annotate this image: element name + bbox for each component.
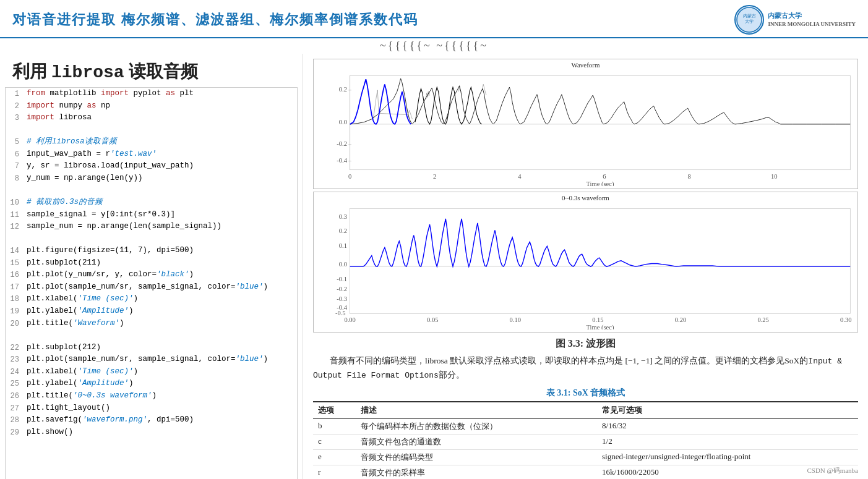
header-logo: 内蒙古 大学 内蒙古大学 INNER MONGOLIA UNIVERSITY bbox=[734, 5, 856, 35]
table-cell: 音频文件包含的通道数 bbox=[356, 434, 597, 449]
line-number: 24 bbox=[6, 366, 24, 378]
svg-text:0.0: 0.0 bbox=[339, 261, 347, 268]
waveform-chart: Waveform 0.2 0.0 -0.2 -0.4 bbox=[313, 59, 858, 189]
line-content: plt.title('Waveform') bbox=[24, 318, 297, 330]
line-number bbox=[6, 233, 24, 245]
waveform-0-3s-chart: 0~0.3s waveform 0.3 0.2 0.1 0.0 -0.1 -0.… bbox=[313, 192, 858, 333]
line-number: 8 bbox=[6, 172, 24, 185]
logo-text: 内蒙古大学 INNER MONGOLIA UNIVERSITY bbox=[768, 11, 856, 28]
code-line: 2import numpy as np bbox=[6, 100, 297, 112]
line-content: plt.plot(sample_num/sr, sample_signal, c… bbox=[24, 354, 297, 366]
line-content: y_num = np.arange(len(y)) bbox=[24, 172, 297, 185]
code-line: 23plt.plot(sample_num/sr, sample_signal,… bbox=[6, 354, 297, 366]
svg-text:0.2: 0.2 bbox=[339, 227, 347, 234]
code-line: 26plt.title('0~0.3s waveform') bbox=[6, 390, 297, 402]
left-panel: 利用 librosa 读取音频 1from matplotlib import … bbox=[0, 54, 303, 479]
watermark: CSDN @码manba bbox=[807, 466, 858, 475]
line-content: import librosa bbox=[24, 112, 297, 124]
main-content: 利用 librosa 读取音频 1from matplotlib import … bbox=[0, 54, 868, 479]
code-line: 3import librosa bbox=[6, 112, 297, 124]
svg-rect-20 bbox=[350, 208, 851, 313]
line-number bbox=[6, 329, 24, 341]
code-line: 5# 利用librosa读取音频 bbox=[6, 136, 297, 148]
line-number: 15 bbox=[6, 257, 24, 269]
line-content: sample_num = np.arange(len(sample_signal… bbox=[24, 221, 297, 233]
line-content bbox=[24, 233, 297, 245]
svg-text:0.2: 0.2 bbox=[339, 86, 347, 93]
line-number: 22 bbox=[6, 342, 24, 354]
svg-text:内蒙古: 内蒙古 bbox=[743, 14, 756, 19]
table-cell: 音频文件的采样率 bbox=[356, 465, 597, 479]
svg-text:0.30: 0.30 bbox=[840, 316, 851, 323]
table-cell: c bbox=[313, 434, 356, 449]
svg-text:0.3: 0.3 bbox=[339, 213, 347, 219]
line-content: plt.figure(figsize=(11, 7), dpi=500) bbox=[24, 245, 297, 257]
line-content: plt.tight_layout() bbox=[24, 402, 297, 415]
line-number: 23 bbox=[6, 354, 24, 366]
code-line: 14plt.figure(figsize=(11, 7), dpi=500) bbox=[6, 245, 297, 257]
line-number: 14 bbox=[6, 245, 24, 257]
table-row: b每个编码样本所占的数据位数（位深）8/16/32 bbox=[313, 418, 858, 434]
line-content: # 利用librosa读取音频 bbox=[24, 136, 297, 148]
line-content: plt.plot(sample_num/sr, sample_signal, c… bbox=[24, 281, 297, 294]
line-content: plt.show() bbox=[24, 426, 297, 439]
table-cell: b bbox=[313, 418, 356, 434]
code-line: 22plt.subplot(212) bbox=[6, 342, 297, 354]
line-content: plt.ylabel('Amplitude') bbox=[24, 305, 297, 318]
code-line bbox=[6, 233, 297, 245]
chart1-title: Waveform bbox=[314, 59, 857, 70]
code-line: 25plt.ylabel('Amplitude') bbox=[6, 378, 297, 390]
sox-table: 选项 描述 常见可选项 b每个编码样本所占的数据位数（位深）8/16/32c音频… bbox=[313, 401, 858, 479]
fig-caption: 图 3.3: 波形图 bbox=[313, 337, 858, 350]
line-number: 18 bbox=[6, 293, 24, 305]
code-line: 19plt.ylabel('Amplitude') bbox=[6, 305, 297, 318]
svg-text:0.25: 0.25 bbox=[757, 316, 768, 323]
code-line: 24plt.xlabel('Time (sec)') bbox=[6, 366, 297, 378]
line-content: plt.subplot(212) bbox=[24, 342, 297, 354]
code-block[interactable]: 1from matplotlib import pyplot as plt2im… bbox=[5, 87, 298, 479]
charts-area: Waveform 0.2 0.0 -0.2 -0.4 bbox=[313, 59, 858, 333]
svg-text:-0.4: -0.4 bbox=[337, 157, 347, 164]
svg-text:-0.2: -0.2 bbox=[337, 285, 347, 292]
code-line: 6input_wav_path = r'test.wav' bbox=[6, 148, 297, 161]
table-cell: 音频文件的编码类型 bbox=[356, 449, 597, 465]
line-number: 20 bbox=[6, 318, 24, 330]
line-content: y, sr = librosa.load(input_wav_path) bbox=[24, 160, 297, 172]
svg-rect-3 bbox=[350, 75, 851, 169]
code-line: 8y_num = np.arange(len(y)) bbox=[6, 172, 297, 185]
svg-text:6: 6 bbox=[603, 173, 606, 180]
line-content: plt.subplot(211) bbox=[24, 257, 297, 269]
description: 音频有不同的编码类型，librosa 默认采取浮点格式读取，即读取的样本点均是 … bbox=[313, 354, 858, 383]
line-content: plt.xlabel('Time (sec)') bbox=[24, 366, 297, 378]
table-cell: e bbox=[313, 449, 356, 465]
code-line: 20plt.title('Waveform') bbox=[6, 318, 297, 330]
line-content bbox=[24, 124, 297, 136]
svg-text:-0.1: -0.1 bbox=[337, 275, 347, 282]
svg-text:0.15: 0.15 bbox=[592, 316, 603, 323]
line-content: sample_signal = y[0:int(sr*0.3)] bbox=[24, 209, 297, 221]
table-header-desc: 描述 bbox=[356, 402, 597, 419]
table-row: r音频文件的采样率16k/16000/22050 bbox=[313, 465, 858, 479]
line-number: 25 bbox=[6, 378, 24, 390]
line-number: 7 bbox=[6, 160, 24, 172]
svg-text:0.20: 0.20 bbox=[675, 316, 686, 323]
table-row: c音频文件包含的通道数1/2 bbox=[313, 434, 858, 449]
line-content: import numpy as np bbox=[24, 100, 297, 112]
svg-text:0.10: 0.10 bbox=[510, 316, 521, 323]
table-header-options: 常见可选项 bbox=[597, 402, 858, 419]
table-cell: r bbox=[313, 465, 356, 479]
svg-text:4: 4 bbox=[518, 173, 522, 180]
code-line: 15plt.subplot(211) bbox=[6, 257, 297, 269]
code-line bbox=[6, 185, 297, 197]
line-number: 5 bbox=[6, 136, 24, 148]
line-content: input_wav_path = r'test.wav' bbox=[24, 148, 297, 161]
header-title: 对语音进行提取 梅尔频谱、滤波器组、梅尔频率倒谱系数代码 bbox=[12, 11, 418, 29]
svg-text:Time (sec): Time (sec) bbox=[586, 324, 614, 329]
chart1-svg: 0.2 0.0 -0.2 -0.4 0 2 4 6 8 10 Time (sec… bbox=[314, 70, 857, 186]
code-line: 10# 截取前0.3s的音频 bbox=[6, 197, 297, 209]
svg-text:0.1: 0.1 bbox=[339, 242, 347, 248]
line-number: 12 bbox=[6, 221, 24, 233]
code-line bbox=[6, 124, 297, 136]
line-number: 27 bbox=[6, 402, 24, 415]
code-line: 1from matplotlib import pyplot as plt bbox=[6, 88, 297, 100]
